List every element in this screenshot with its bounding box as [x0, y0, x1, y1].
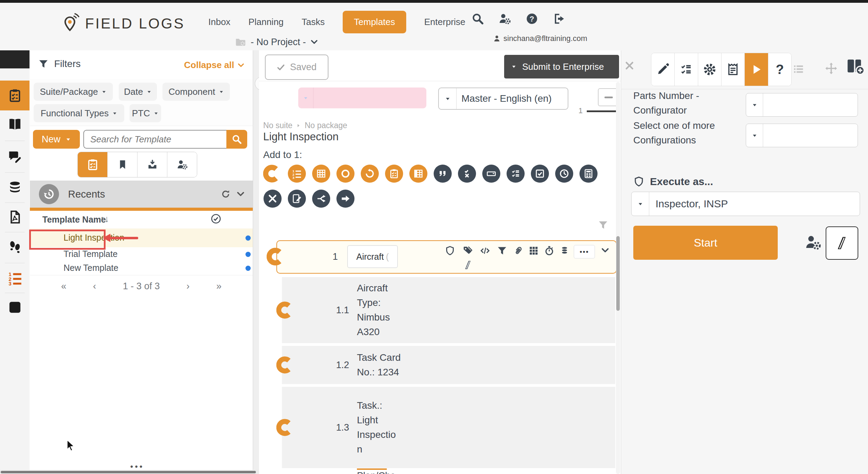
addto-clipboard-check-button[interactable]	[385, 165, 403, 183]
execute-role-select[interactable]: Inspector, INSP	[631, 192, 860, 216]
check-circle-icon[interactable]	[210, 213, 222, 224]
addto-check-x-button[interactable]	[458, 165, 476, 183]
project-selector[interactable]: - No Project -	[235, 36, 318, 48]
row-tool-stopwatch-icon[interactable]	[544, 246, 554, 256]
filter-chip-suite-package[interactable]: Suite/Package	[34, 83, 113, 101]
row-text[interactable]: Task CardNo.: 1234	[357, 350, 401, 380]
rail-menu-toggle[interactable]	[0, 50, 30, 68]
addto-quote-button[interactable]	[434, 165, 452, 183]
toolbar-edit-button[interactable]	[651, 53, 675, 86]
filter-chip-ptc[interactable]: PTC	[130, 104, 161, 122]
row-more-button[interactable]: •••	[574, 245, 595, 259]
filter-chip-component[interactable]: Component	[162, 83, 230, 101]
row-filter-icon[interactable]	[598, 220, 608, 230]
nav-templates[interactable]: Templates	[343, 11, 406, 33]
language-select[interactable]: Master - English (en)	[438, 88, 568, 110]
content-row-1.3[interactable]	[282, 387, 615, 468]
page-first-button[interactable]: «	[61, 281, 66, 292]
sidebar-item-ordered-steps[interactable]: 123	[8, 271, 22, 285]
filter-chip-date[interactable]: Date	[119, 83, 157, 101]
row-tool-paperclip-icon[interactable]	[513, 246, 523, 256]
addto-clock-button[interactable]	[555, 165, 573, 183]
nav-inbox[interactable]: Inbox	[208, 17, 231, 27]
addto-section-button[interactable]	[263, 164, 282, 183]
addto-ring-button[interactable]	[336, 165, 354, 183]
row-tool-code-icon[interactable]	[480, 246, 490, 256]
row-tool-grid-dots-icon[interactable]	[528, 246, 539, 256]
person-gear-icon[interactable]	[805, 234, 821, 251]
breadcrumb-package[interactable]: No package	[304, 121, 347, 130]
chevron-down-icon[interactable]	[236, 190, 245, 199]
toolbar-checklist-button[interactable]	[675, 53, 698, 86]
toolbar-settings-button[interactable]	[698, 53, 721, 86]
sidebar-item-comments[interactable]	[8, 150, 22, 164]
vertical-scrollbar-thumb[interactable]	[616, 236, 620, 311]
new-template-button[interactable]: New	[33, 130, 80, 149]
help-icon[interactable]: ?	[526, 13, 538, 25]
filter-chip-functional-types[interactable]: Functional Types	[34, 104, 124, 122]
user-settings-icon[interactable]	[499, 13, 511, 25]
winglet-button[interactable]	[826, 226, 858, 260]
addto-table-button[interactable]	[312, 165, 330, 183]
addto-edit-note-button[interactable]	[288, 190, 306, 208]
addto-loop-button[interactable]	[361, 165, 379, 183]
row-tool-coins-icon[interactable]	[559, 246, 570, 256]
addto-dropdown-button[interactable]	[482, 165, 500, 183]
horizontal-scrollbar-thumb[interactable]	[1, 471, 256, 473]
row-text[interactable]: AircraftType:NimbusA320	[357, 281, 390, 339]
addto-checkbox-button[interactable]	[531, 165, 549, 183]
tab-templates[interactable]	[78, 152, 108, 177]
toolbar-question-button[interactable]: ?	[768, 53, 791, 86]
page-last-button[interactable]: »	[216, 281, 222, 292]
tab-bookmarks[interactable]	[108, 152, 137, 177]
page-prev-button[interactable]: ‹	[93, 281, 96, 292]
parts-configurator-select[interactable]	[746, 93, 858, 117]
toolbar-form-button[interactable]	[721, 53, 745, 86]
nav-tasks[interactable]: Tasks	[302, 17, 325, 27]
sidebar-item-templates[interactable]	[0, 81, 30, 110]
sidebar-item-library[interactable]	[8, 117, 22, 132]
configurations-select[interactable]	[746, 124, 858, 147]
row-collapse-chevron-icon[interactable]	[601, 246, 610, 255]
sort-icon[interactable]: ↑↓	[100, 214, 109, 224]
breadcrumb-suite[interactable]: No suite	[263, 121, 292, 130]
template-row-new-template[interactable]: New Template	[30, 261, 253, 275]
user-email[interactable]: sinchana@fltraining.com	[493, 34, 587, 43]
content-row-1.2[interactable]	[282, 346, 615, 384]
sidebar-item-walkthrough[interactable]	[8, 240, 22, 255]
winglet-icon[interactable]	[463, 260, 473, 270]
addto-arrow-right-button[interactable]	[336, 190, 354, 208]
list-view-icon[interactable]	[793, 63, 804, 75]
addto-checklist-button[interactable]	[507, 165, 525, 183]
sign-out-icon[interactable]	[553, 13, 565, 25]
page-next-button[interactable]: ›	[186, 281, 190, 292]
aircraft-field[interactable]: Aircraft (	[347, 245, 398, 268]
recents-header[interactable]: Recents	[30, 181, 253, 208]
search-button[interactable]	[226, 130, 247, 149]
collapse-all-button[interactable]: Collapse all	[184, 60, 245, 70]
tab-shared[interactable]	[167, 152, 197, 177]
row-tool-shield-icon[interactable]	[445, 246, 455, 256]
row-text[interactable]: Task.:LightInspection	[357, 398, 396, 457]
addto-ruler-pencil-button[interactable]	[264, 190, 282, 208]
start-button[interactable]: Start	[633, 226, 778, 260]
column-template-name[interactable]: Template Name	[42, 215, 106, 225]
close-icon[interactable]	[624, 60, 635, 71]
add-column-icon[interactable]	[846, 57, 865, 75]
addto-ordered-list-button[interactable]: 123	[288, 165, 306, 183]
nav-enterprise[interactable]: Enterprise	[424, 17, 466, 27]
scale-line[interactable]	[587, 110, 620, 112]
tab-saved[interactable]	[137, 152, 167, 177]
addto-branch-button[interactable]	[312, 190, 330, 208]
required-field-input[interactable]	[298, 88, 426, 108]
sidebar-item-stop[interactable]	[8, 300, 22, 315]
addto-table-columns-button[interactable]	[409, 165, 427, 183]
submit-to-enterprise-button[interactable]: Submit to Enterprise	[504, 55, 619, 78]
sidebar-item-pdf[interactable]	[8, 210, 22, 224]
move-panel-icon[interactable]	[825, 62, 838, 75]
saved-status-button[interactable]: Saved	[265, 55, 328, 80]
row-tool-tag-icon[interactable]	[462, 246, 473, 256]
addto-calculator-button[interactable]	[579, 165, 598, 183]
nav-planning[interactable]: Planning	[249, 17, 284, 27]
sidebar-item-data[interactable]	[8, 180, 22, 195]
